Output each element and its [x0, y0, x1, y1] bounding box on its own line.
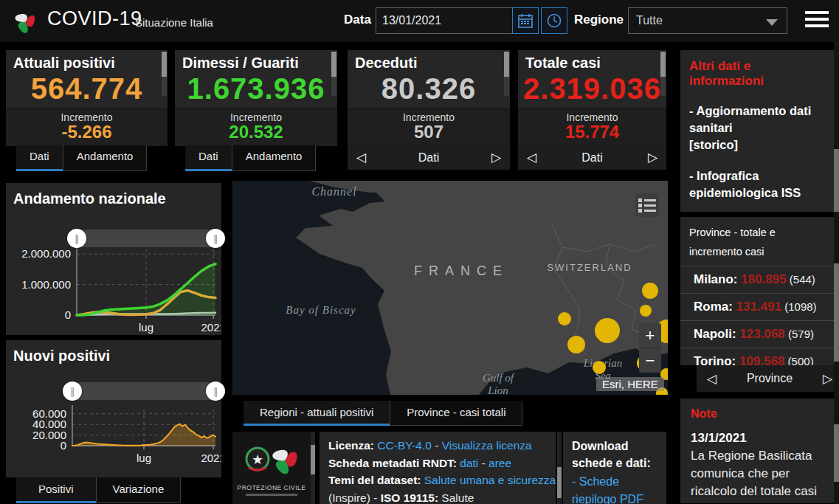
svg-text:★: ★: [252, 452, 263, 467]
prev-arrow-icon[interactable]: ◁: [707, 373, 717, 385]
map-label: Bay of Biscay: [286, 304, 356, 316]
slider-handle-icon: ∥: [213, 386, 218, 397]
calendar-icon: [517, 13, 534, 29]
footer-link[interactable]: CC-BY-4.0: [377, 439, 432, 452]
license-panel: Licenza: CC-BY-4.0 - Visualizza licenzaS…: [320, 432, 556, 504]
scrollbar-thumb[interactable]: [331, 52, 336, 77]
scrollbar-thumb[interactable]: [660, 52, 666, 77]
sidebar-link[interactable]: - Aggiornamento dati sanitari [storico]: [689, 103, 825, 153]
app-subtitle: Situazione Italia: [135, 16, 213, 29]
svg-text:0: 0: [61, 439, 66, 452]
tab-dati[interactable]: Dati: [185, 145, 232, 171]
scrollbar-thumb[interactable]: [557, 467, 562, 498]
andamento-nazionale-chart: 2.000.0001.000.0000lug2021: [6, 241, 221, 335]
license-lines: Licenza: CC-BY-4.0 - Visualizza licenzaS…: [328, 437, 547, 504]
date-label: Data: [344, 13, 371, 27]
region-selected-value: Tutte: [636, 14, 663, 27]
sidebar-link[interactable]: - Infografica epidemiologica ISS: [689, 168, 825, 201]
time-button[interactable]: [541, 7, 567, 34]
chart-title: Nuovi positivi: [13, 348, 110, 365]
hamburger-icon[interactable]: [805, 11, 829, 30]
logo-subline: [246, 494, 297, 496]
range-slider-handle-right[interactable]: ∥: [206, 382, 225, 401]
province-row: Torino: 109.568 (500): [680, 348, 834, 365]
calendar-button[interactable]: [512, 7, 539, 34]
province-panel: Province - totale e incremento casi Mila…: [680, 217, 834, 365]
zoom-out-button[interactable]: −: [639, 348, 661, 373]
info-links: - Aggiornamento dati sanitari [storico]-…: [689, 103, 825, 212]
carousel-label: Province: [747, 372, 793, 385]
province-row: Milano: 180.895 (544): [680, 266, 834, 293]
zoom-in-button[interactable]: +: [639, 323, 661, 348]
info-panel-title: Altri dati e informazioni: [689, 59, 825, 89]
scrollbar-thumb[interactable]: [834, 424, 839, 482]
range-slider-handle-left[interactable]: ∥: [63, 382, 82, 401]
card-attuali-positivi: Attuali positivi 564.774 Incremento -5.2…: [6, 50, 168, 171]
scrollbar-thumb[interactable]: [504, 52, 509, 77]
next-arrow-icon[interactable]: ▷: [491, 151, 501, 164]
note-panel: Note 13/1/2021 La Regione Basilicata com…: [680, 398, 834, 503]
download-link[interactable]: - Schede riepilogo PDF: [572, 473, 657, 504]
card-totale-casi: Totale casi 2.319.036 Incremento 15.774 …: [518, 50, 666, 170]
case-bubble[interactable]: [567, 336, 585, 353]
range-slider-track[interactable]: [77, 229, 215, 247]
svg-text:0: 0: [65, 308, 71, 321]
region-label: Regione: [574, 13, 624, 27]
scrollbar-thumb[interactable]: [311, 445, 315, 474]
range-slider-handle-right[interactable]: ∥: [206, 229, 225, 248]
region-select[interactable]: Tutte: [628, 7, 787, 34]
protezione-civile-logo-icon: [10, 7, 40, 36]
slider-handle-icon: ∥: [70, 386, 75, 397]
range-slider-track[interactable]: [72, 382, 215, 400]
scrollbar-track[interactable]: [311, 432, 315, 504]
license-line: Licenza: CC-BY-4.0 - Visualizza licenza: [328, 437, 547, 455]
case-bubble[interactable]: [640, 305, 652, 317]
footer-link[interactable]: aree: [488, 457, 511, 469]
footer-link[interactable]: Salute umana e sicurezza: [424, 474, 556, 486]
tab-regioni-attuali-positivi[interactable]: Regioni - attuali positivi: [244, 401, 390, 426]
tab-andamento[interactable]: Andamento: [232, 145, 317, 171]
map-tabs: Regioni - attuali positivi Province - ca…: [232, 401, 522, 426]
next-arrow-icon[interactable]: ▷: [648, 151, 657, 164]
scrollbar-thumb[interactable]: [834, 149, 839, 212]
footer-link[interactable]: dati: [460, 457, 478, 469]
card-value: 1.673.936: [175, 72, 337, 106]
time-range-slider: ∥ ∥: [77, 229, 215, 248]
province-panel-title: Province - totale e incremento casi: [689, 223, 825, 261]
svg-text:2021: 2021: [201, 452, 221, 464]
tab-positivi[interactable]: Positivi: [16, 477, 96, 503]
province-row: Napoli: 123.068 (579): [680, 320, 834, 348]
scrollbar-track[interactable]: [557, 432, 562, 504]
license-line: Temi del dataset: Salute umana e sicurez…: [328, 472, 547, 489]
increment-value: 20.532: [175, 123, 337, 141]
range-slider-handle-left[interactable]: ∥: [67, 229, 86, 248]
note-text: La Regione Basilicata comunica che per r…: [691, 447, 824, 503]
map[interactable]: ChannelFRANCESWITZERLANDBay of BiscayGul…: [232, 181, 668, 395]
chart-title: Andamento nazionale: [13, 190, 166, 207]
scrollbar-track[interactable]: [834, 42, 839, 504]
tab-variazione[interactable]: Variazione: [96, 477, 182, 503]
map-label: Channel: [311, 185, 356, 198]
tab-province-casi-totali[interactable]: Province - casi totali: [390, 401, 522, 426]
prev-arrow-icon[interactable]: ◁: [356, 151, 366, 164]
tab-andamento[interactable]: Andamento: [63, 145, 148, 171]
case-bubble[interactable]: [558, 312, 571, 325]
prev-arrow-icon[interactable]: ◁: [527, 151, 536, 164]
next-arrow-icon[interactable]: ▷: [823, 373, 832, 385]
card-title: Totale casi: [525, 55, 601, 72]
case-bubble[interactable]: [642, 283, 658, 299]
legend-button[interactable]: [635, 193, 659, 217]
tab-dati[interactable]: Dati: [16, 145, 63, 171]
card-deceduti: Deceduti 80.326 Incremento 507 ◁ Dati ▷: [348, 50, 510, 170]
scrollbar-thumb[interactable]: [834, 263, 839, 362]
case-bubble[interactable]: [593, 361, 606, 374]
time-range-slider: ∥ ∥: [72, 382, 215, 401]
case-bubble[interactable]: [595, 318, 620, 343]
logo-caption: PROTEZIONE CIVILE: [237, 484, 305, 491]
scrollbar-thumb[interactable]: [162, 52, 167, 77]
increment-value: 507: [348, 123, 510, 141]
province-carousel: ◁ Province ▷: [697, 365, 839, 392]
carousel-label: Dati: [418, 151, 439, 165]
footer-link[interactable]: Visualizza licenza: [442, 439, 532, 452]
date-input[interactable]: [376, 7, 514, 34]
